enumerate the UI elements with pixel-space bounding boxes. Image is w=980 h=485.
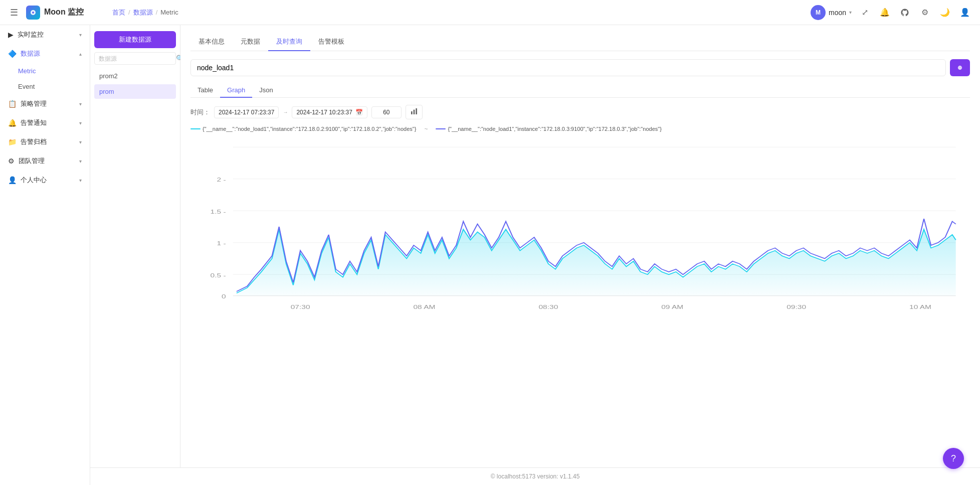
svg-rect-3 (414, 110, 415, 114)
source-item-prom[interactable]: prom (94, 84, 176, 99)
legend-color-1 (190, 128, 201, 129)
tab-query[interactable]: 及时查询 (268, 33, 310, 51)
source-search-input[interactable] (99, 55, 174, 62)
tab-bar: 基本信息 元数据 及时查询 告警模板 (190, 33, 970, 51)
tab-alert-tpl[interactable]: 告警模板 (310, 33, 352, 51)
svg-text:1 -: 1 - (217, 240, 226, 247)
time-row: 时间： 2024-12-17 07:23:37 → 2024-12-17 10:… (190, 105, 970, 119)
detail-panel: 基本信息 元数据 及时查询 告警模板 Table Graph Json (180, 25, 980, 467)
breadcrumb-current: Metric (160, 9, 178, 16)
view-tabs: Table Graph Json (190, 83, 970, 98)
legend-separator: ~ (424, 125, 428, 132)
personal-icon: 👤 (8, 176, 17, 184)
legend-item-2[interactable]: {"__name__":"node_load1","instance":"172… (436, 125, 661, 132)
alert-notify-icon: 🔔 (8, 119, 17, 127)
svg-rect-2 (411, 111, 413, 114)
sidebar-item-event[interactable]: Event (0, 79, 90, 94)
content-body: 新建数据源 🔍 prom2 prom 基本信息 元数据 及时查询 告警模板 (90, 25, 980, 467)
chart-container: 0 0.5 - 1 - 1.5 - 2 - 07:30 08 AM 08:30 … (190, 136, 970, 317)
svg-text:2 -: 2 - (217, 177, 226, 183)
tab-meta[interactable]: 元数据 (233, 33, 268, 51)
username: moon (829, 9, 846, 17)
chart-svg: 0 0.5 - 1 - 1.5 - 2 - 07:30 08 AM 08:30 … (190, 136, 970, 317)
calendar-icon: 📅 (355, 109, 363, 116)
logo: Moon 监控 (26, 6, 106, 20)
legend-item-1[interactable]: {"__name__":"node_load1","instance":"172… (190, 125, 416, 132)
chevron-alert-notify: ▾ (79, 120, 82, 126)
main-layout: ▶ 实时监控 ▾ 🔷 数据源 ▴ Metric Event 📋 策略管理 ▾ (0, 25, 980, 485)
new-datasource-button[interactable]: 新建数据源 (94, 31, 176, 48)
datasource-submenu: Metric Event (0, 63, 90, 94)
sidebar-item-team[interactable]: ⚙ 团队管理 ▾ (0, 151, 90, 171)
sidebar-item-strategy[interactable]: 📋 策略管理 ▾ (0, 94, 90, 113)
settings-icon[interactable]: ⚙ (918, 6, 932, 20)
sidebar-item-label-alert-archive: 告警归档 (21, 137, 47, 146)
chevron-strategy: ▾ (79, 101, 82, 107)
datasource-icon: 🔷 (8, 50, 17, 58)
chevron-personal: ▾ (79, 178, 82, 183)
logo-text: Moon 监控 (44, 7, 84, 18)
help-icon: ? (951, 453, 956, 464)
content: 新建数据源 🔍 prom2 prom 基本信息 元数据 及时查询 告警模板 (90, 25, 980, 485)
breadcrumb-home[interactable]: 首页 (112, 8, 125, 17)
help-button[interactable]: ? (943, 448, 964, 469)
query-input[interactable] (190, 59, 946, 76)
breadcrumb: 首页 / 数据源 / Metric (112, 8, 805, 17)
sidebar-item-label-alert-notify: 告警通知 (21, 118, 47, 127)
sidebar-item-metric[interactable]: Metric (0, 63, 90, 79)
user-menu[interactable]: M moon ▾ (811, 5, 852, 20)
legend-row: {"__name__":"node_load1","instance":"172… (190, 125, 970, 132)
breadcrumb-sep2: / (156, 9, 158, 16)
hamburger-icon[interactable]: ☰ (8, 5, 20, 20)
chevron-team: ▾ (79, 158, 82, 164)
sidebar-item-label-team: 团队管理 (19, 156, 45, 166)
team-icon: ⚙ (8, 157, 15, 165)
chevron-alert-archive: ▾ (79, 139, 82, 145)
chevron-down-icon: ▾ (849, 10, 852, 15)
time-start-value: 2024-12-17 07:23:37 (219, 109, 274, 116)
chart-type-button[interactable] (406, 105, 423, 119)
footer-text: © localhost:5173 version: v1.1.45 (491, 473, 580, 480)
sidebar-item-datasource[interactable]: 🔷 数据源 ▴ (0, 44, 90, 63)
user-icon[interactable]: 👤 (958, 6, 972, 20)
strategy-icon: 📋 (8, 100, 17, 108)
moon-icon[interactable]: 🌙 (938, 6, 952, 20)
expand-icon[interactable]: ⤢ (858, 6, 872, 20)
time-start-input[interactable]: 2024-12-17 07:23:37 (214, 106, 279, 118)
step-input[interactable] (371, 106, 402, 118)
svg-point-1 (32, 12, 34, 14)
time-end-value: 2024-12-17 10:23:37 (296, 109, 352, 116)
sidebar-item-alert-notify[interactable]: 🔔 告警通知 ▾ (0, 113, 90, 132)
time-label: 时间： (190, 108, 210, 117)
query-run-button[interactable] (950, 59, 970, 76)
sidebar: ▶ 实时监控 ▾ 🔷 数据源 ▴ Metric Event 📋 策略管理 ▾ (0, 25, 90, 485)
view-tab-json[interactable]: Json (252, 83, 280, 98)
view-tab-graph[interactable]: Graph (220, 83, 252, 98)
topbar-right: M moon ▾ ⤢ 🔔 ⚙ 🌙 👤 (811, 5, 972, 20)
bell-icon[interactable]: 🔔 (878, 6, 892, 20)
sidebar-item-alert-archive[interactable]: 📁 告警归档 ▾ (0, 132, 90, 151)
legend-label-1: {"__name__":"node_load1","instance":"172… (203, 126, 416, 132)
tab-basic[interactable]: 基本信息 (190, 33, 233, 51)
sidebar-item-label-personal: 个人中心 (21, 176, 47, 185)
time-end-input[interactable]: 2024-12-17 10:23:37 📅 (292, 106, 367, 118)
svg-text:09:30: 09:30 (787, 304, 806, 310)
sidebar-item-label-datasource: 数据源 (21, 49, 40, 58)
topbar: ☰ Moon 监控 首页 / 数据源 / Metric M moon ▾ ⤢ 🔔… (0, 0, 980, 25)
breadcrumb-datasource[interactable]: 数据源 (133, 8, 153, 17)
svg-text:08:30: 08:30 (538, 304, 558, 310)
sidebar-item-personal[interactable]: 👤 个人中心 ▾ (0, 171, 90, 190)
realtime-icon: ▶ (8, 31, 14, 39)
alert-archive-icon: 📁 (8, 138, 17, 146)
github-icon[interactable] (898, 6, 912, 20)
avatar: M (811, 5, 826, 20)
source-item-prom2[interactable]: prom2 (94, 69, 176, 83)
svg-text:08 AM: 08 AM (413, 304, 435, 310)
sidebar-item-realtime[interactable]: ▶ 实时监控 ▾ (0, 25, 90, 44)
view-tab-table[interactable]: Table (190, 83, 220, 98)
legend-label-2: {"__name__":"node_load1","instance":"172… (448, 126, 661, 132)
chevron-realtime: ▾ (79, 32, 82, 38)
legend-color-2 (436, 128, 446, 129)
query-row (190, 59, 970, 76)
sidebar-item-label-strategy: 策略管理 (21, 99, 47, 108)
